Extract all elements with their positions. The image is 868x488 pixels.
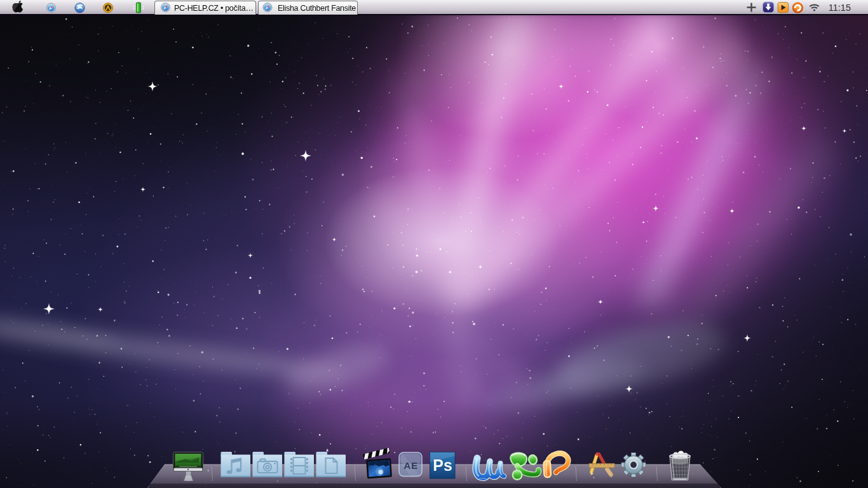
svg-text:AE: AE — [403, 460, 418, 471]
svg-text:Ps: Ps — [433, 456, 452, 474]
